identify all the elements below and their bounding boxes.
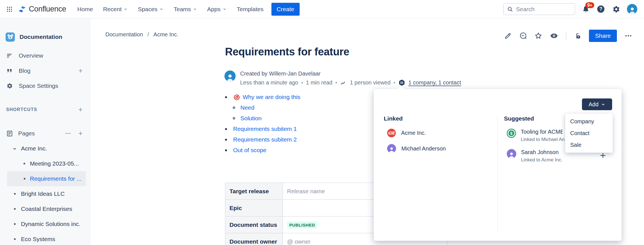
space-header[interactable]: Documentation (0, 31, 90, 43)
user-avatar[interactable] (627, 4, 637, 14)
tree-item-coastal[interactable]: Coastal Enterprises (0, 201, 90, 216)
sidebar-item-blog[interactable]: Blog (0, 63, 90, 78)
acme-company-logo: ACME (387, 129, 396, 137)
row-label: Target release (225, 183, 283, 200)
create-button[interactable]: Create (271, 3, 300, 16)
add-page-icon[interactable] (77, 130, 84, 136)
settings-gear-icon[interactable] (612, 5, 620, 13)
toc-item-need: Need (225, 102, 300, 113)
row-label: Epic (225, 200, 283, 216)
toc-link[interactable]: Requirements subitem 1 (233, 126, 297, 132)
search-icon (507, 6, 513, 12)
contact-avatar-icon (507, 149, 516, 159)
toc-item-why: Why we are doing this (225, 92, 300, 102)
tree-item-bright-ideas[interactable]: Bright Ideas LLC (0, 186, 90, 201)
help-icon[interactable]: ? (596, 5, 605, 13)
bullet-icon (225, 149, 227, 151)
unlock-icon[interactable] (574, 32, 581, 40)
hollow-bullet-icon (233, 117, 235, 119)
author-avatar[interactable] (224, 70, 236, 82)
sale-dollar-icon: $ (507, 129, 516, 138)
row-label: Document owner (225, 233, 283, 245)
add-shortcut-icon[interactable] (77, 107, 84, 113)
search-input[interactable] (516, 6, 571, 13)
add-button[interactable]: Add (582, 98, 612, 110)
main-nav: Home Recent Spaces Teams Apps Templates (77, 6, 264, 13)
menu-item-contact[interactable]: Contact (565, 127, 613, 139)
brand-name: Confluence (29, 5, 66, 13)
nav-home[interactable]: Home (77, 6, 93, 13)
analytics-trend-icon (340, 79, 347, 86)
shortcuts-label: SHORTCUTS (6, 107, 37, 112)
breadcrumb-separator: / (148, 31, 149, 38)
app-switcher-icon[interactable] (6, 6, 13, 13)
bullet-icon (24, 178, 25, 180)
hollow-bullet-icon (233, 107, 235, 109)
comment-icon[interactable] (519, 32, 527, 40)
space-sidebar: Documentation Overview Blog Space Settin… (0, 18, 90, 245)
tree-item-eco[interactable]: Eco Systems (0, 232, 90, 245)
toc-link[interactable]: Solution (240, 115, 262, 122)
tree-item-meeting[interactable]: Meeting 2023-05... (0, 156, 90, 171)
overview-icon (6, 52, 14, 59)
pages-document-icon (6, 130, 13, 137)
chevron-down-icon (124, 7, 128, 11)
target-dart-icon (233, 93, 240, 101)
toc-item-req2: Requirements subitem 2 (225, 134, 300, 145)
edit-pencil-icon[interactable] (504, 32, 512, 40)
byline: Created by Willem-Jan Davelaar Less than… (224, 70, 461, 86)
toc-link[interactable]: Why we are doing this (243, 94, 300, 100)
linked-heading: Linked (384, 115, 493, 122)
chevron-down-icon[interactable] (12, 146, 17, 151)
tree-item-acme[interactable]: Acme Inc. (0, 141, 90, 156)
created-by: Created by Willem-Jan Davelaar (240, 70, 461, 77)
toc-link[interactable]: Need (240, 104, 254, 111)
bullet-icon (225, 128, 227, 130)
sidebar-item-overview[interactable]: Overview (0, 48, 90, 63)
bullet-icon (14, 193, 16, 195)
atlas-crm-hexagon-icon (398, 79, 405, 86)
breadcrumb-documentation[interactable]: Documentation (105, 31, 143, 38)
menu-item-company[interactable]: Company (565, 116, 613, 127)
divider (566, 32, 566, 40)
toc-link[interactable]: Requirements subitem 2 (233, 136, 297, 143)
breadcrumb: Documentation / Acme Inc. (105, 31, 178, 38)
byline-meta: Less than a minute ago • 1 min read • 1 … (240, 79, 461, 86)
space-settings-gear-icon (6, 83, 14, 89)
share-button[interactable]: Share (589, 30, 617, 42)
sidebar-item-space-settings[interactable]: Space Settings (0, 78, 90, 93)
add-blog-post-icon[interactable] (77, 68, 84, 74)
bullet-icon (23, 163, 25, 164)
notifications-bell-icon[interactable]: 9+ (582, 5, 590, 13)
toc-link[interactable]: Out of scope (233, 147, 266, 154)
row-label: Document status (225, 216, 283, 233)
nav-teams[interactable]: Teams (174, 6, 197, 13)
breadcrumb-acme[interactable]: Acme Inc. (153, 31, 178, 38)
bullet-icon (14, 223, 16, 225)
nav-templates[interactable]: Templates (237, 6, 264, 13)
bullet-icon (225, 139, 227, 141)
page-title: Requirements for feature (225, 46, 349, 58)
tree-item-requirements-selected[interactable]: Requirements for ... (7, 171, 86, 186)
toc-item-solution: Solution (225, 113, 300, 124)
add-suggested-plus-icon[interactable] (599, 152, 607, 159)
nav-apps[interactable]: Apps (207, 6, 227, 13)
more-actions-icon[interactable] (624, 32, 632, 40)
nav-recent[interactable]: Recent (103, 6, 128, 13)
svg-text:?: ? (599, 6, 602, 12)
menu-item-sale[interactable]: Sale (565, 139, 613, 151)
star-icon[interactable] (534, 32, 542, 40)
pages-more-icon[interactable] (65, 130, 71, 137)
linked-company-acme[interactable]: ACME Acme Inc. (387, 129, 493, 137)
status-badge: PUBLISHED (287, 222, 317, 228)
table-of-contents: Why we are doing this Need Solution Requ… (225, 92, 300, 156)
nav-spaces[interactable]: Spaces (138, 6, 164, 13)
watch-eye-icon[interactable] (550, 32, 558, 40)
crm-linked-entities-link[interactable]: 1 company, 1 contact (408, 79, 461, 86)
pages-section-header[interactable]: Pages (0, 126, 90, 141)
viewed-count[interactable]: 1 person viewed (350, 79, 391, 86)
linked-contact-michael[interactable]: Michael Anderson (387, 144, 493, 153)
tree-item-dynamic[interactable]: Dynamic Solutions inc. (0, 216, 90, 232)
search-box[interactable] (503, 3, 575, 15)
confluence-logo[interactable]: Confluence (18, 5, 66, 13)
